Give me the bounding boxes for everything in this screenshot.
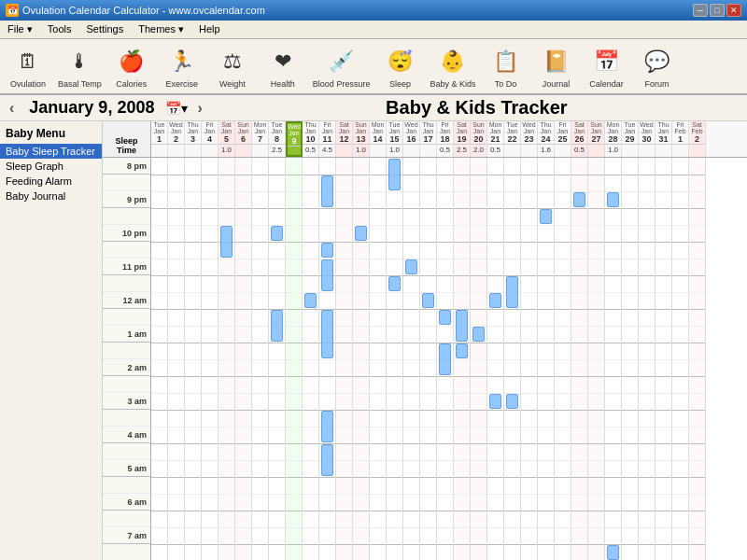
sleep-block (405, 259, 417, 274)
sleep-block (456, 343, 468, 358)
grid-day-col-11 (336, 158, 353, 560)
time-label-row-5 (103, 242, 150, 259)
grid-day-col-28 (622, 158, 639, 560)
nav-bar: ‹ January 9, 2008 📅▾ › Baby & Kids Track… (0, 95, 747, 121)
sidebar-item-sleep-graph[interactable]: Sleep Graph (0, 159, 102, 174)
health-icon: ❤ (264, 44, 302, 79)
toolbar-btn-journal[interactable]: 📔Journal (531, 42, 580, 91)
sidebar-item-baby-sleep-tracker[interactable]: Baby Sleep Tracker (0, 144, 102, 159)
maximize-button[interactable]: □ (710, 4, 725, 17)
minimize-button[interactable]: ─ (693, 4, 708, 17)
sidebar-item-feeding-alarm[interactable]: Feeding Alarm (0, 174, 102, 189)
close-button[interactable]: ✕ (726, 4, 741, 17)
dates-header: Sleep Time Tue Jan 1 Wed Jan 2 Thu Jan 3… (103, 121, 747, 158)
calendar-icon: 📅 (587, 44, 625, 79)
sleep-block (321, 175, 333, 207)
day-col-5: Sun Jan 6 (235, 121, 252, 157)
time-label-row-20: 6 am (103, 494, 150, 511)
day-col-4: Sat Jan 5 1.0 (218, 121, 235, 157)
toolbar-btn-forum[interactable]: 💬Forum (632, 42, 681, 91)
time-label-row-14: 3 am (103, 393, 150, 410)
toolbar-btn-weight[interactable]: ⚖Weight (208, 42, 257, 91)
grid-day-col-32 (689, 158, 706, 560)
sleep-block (422, 293, 434, 308)
weight-icon: ⚖ (214, 44, 251, 79)
sleep-block (321, 310, 333, 358)
blood-pressure-icon: 💉 (323, 44, 360, 79)
time-label-row-10: 1 am (103, 326, 150, 343)
time-label-row-11 (103, 343, 150, 359)
toolbar-btn-calories[interactable]: 🍎Calories (107, 42, 156, 91)
ovulation-icon: 🗓 (9, 44, 47, 79)
next-arrow[interactable]: › (193, 100, 205, 117)
grid-day-col-1 (168, 158, 185, 560)
sleep-block (456, 310, 468, 342)
sleep-block (506, 276, 518, 308)
day-col-25: Sat Jan 26 0.5 (571, 121, 588, 157)
sleep-block (321, 411, 333, 442)
title-bar: 📅 Ovulation Calendar Calculator - www.ov… (0, 0, 747, 21)
day-col-3: Fri Jan 4 (202, 121, 218, 157)
time-label-row-8: 12 am (103, 292, 150, 309)
forum-icon: 💬 (638, 44, 675, 79)
toolbar-btn-sleep[interactable]: 😴Sleep (375, 42, 424, 91)
toolbar-btn-basal-temp[interactable]: 🌡Basal Temp (54, 42, 106, 91)
grid-day-col-0 (151, 158, 168, 560)
menu-item-file[interactable]: File ▾ (4, 22, 36, 36)
menu-item-tools[interactable]: Tools (44, 22, 76, 36)
chart-body: 8 pm9 pm10 pm11 pm12 am1 am2 am3 am4 am5… (103, 158, 747, 560)
time-label-row-1 (103, 175, 150, 191)
sleep-block (472, 327, 485, 342)
grid-day-col-25 (571, 158, 588, 560)
day-col-0: Tue Jan 1 (151, 121, 168, 157)
sleep-block (607, 192, 619, 207)
time-label-row-19 (103, 477, 150, 494)
menu-item-help[interactable]: Help (195, 22, 224, 36)
toolbar-btn-todo[interactable]: 📋To Do (481, 42, 529, 91)
chart-area: Sleep Time Tue Jan 1 Wed Jan 2 Thu Jan 3… (103, 121, 747, 560)
time-label-row-17 (103, 443, 150, 460)
day-col-19: Sun Jan 20 2.0 (471, 121, 487, 157)
day-col-26: Sun Jan 27 (588, 121, 605, 157)
time-label-row-0: 8 pm (103, 158, 150, 175)
calendar-icon[interactable]: 📅▾ (165, 101, 188, 116)
toolbar-btn-baby-kids[interactable]: 👶Baby & Kids (426, 42, 479, 91)
toolbar-btn-calendar[interactable]: 📅Calendar (582, 42, 630, 91)
grid-day-col-24 (555, 158, 571, 560)
grid-day-col-4 (218, 158, 235, 560)
grid-day-col-30 (655, 158, 672, 560)
sidebar-section-title: Baby Menu (0, 125, 102, 144)
toolbar-btn-health[interactable]: ❤Health (259, 42, 307, 91)
menu-item-settings[interactable]: Settings (82, 22, 127, 36)
sleep-block (271, 310, 283, 342)
toolbar-btn-blood-pressure[interactable]: 💉Blood Pressure (309, 42, 374, 91)
time-label-row-23 (103, 544, 150, 560)
grid-day-col-9 (303, 158, 319, 560)
time-labels: 8 pm9 pm10 pm11 pm12 am1 am2 am3 am4 am5… (103, 158, 151, 560)
grid-day-col-29 (639, 158, 655, 560)
sleep-block (540, 209, 552, 224)
prev-arrow[interactable]: ‹ (6, 100, 18, 117)
sleep-block (271, 226, 283, 241)
grid-day-col-19 (471, 158, 487, 560)
menu-item-themes[interactable]: Themes ▾ (134, 22, 188, 36)
sidebar-item-baby-journal[interactable]: Baby Journal (0, 189, 102, 203)
grid-day-col-6 (252, 158, 269, 560)
sleep-block (439, 310, 451, 325)
day-col-31: Fri Feb 1 (672, 121, 689, 157)
sleep-block (573, 192, 585, 207)
grid-day-col-8 (286, 158, 303, 560)
grid-day-col-23 (538, 158, 555, 560)
time-label-row-3 (103, 208, 150, 225)
grid-day-col-15 (403, 158, 420, 560)
day-col-10: Fri Jan 11 4.5 (319, 121, 336, 157)
toolbar-btn-exercise[interactable]: 🏃Exercise (158, 42, 206, 91)
time-label-row-4: 10 pm (103, 225, 150, 242)
day-col-27: Mon Jan 28 1.0 (605, 121, 622, 157)
day-col-24: Fri Jan 25 (555, 121, 571, 157)
sleep-block (489, 293, 501, 308)
time-label-row-18: 5 am (103, 460, 150, 477)
day-col-28: Tue Jan 29 (622, 121, 639, 157)
toolbar-btn-ovulation[interactable]: 🗓Ovulation (4, 42, 52, 91)
day-col-30: Thu Jan 31 (655, 121, 672, 157)
